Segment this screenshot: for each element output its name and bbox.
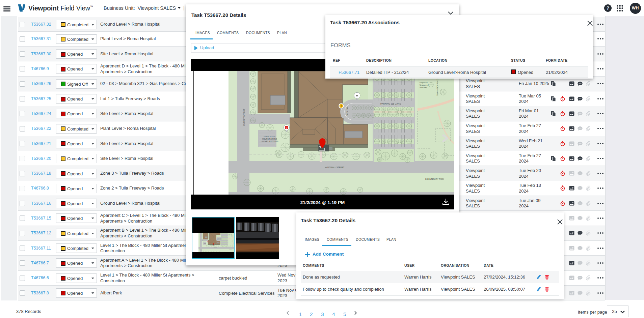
svg-text:M: M xyxy=(218,236,219,237)
svg-text:DROP OFF: DROP OFF xyxy=(217,238,217,240)
svg-text:Walkway: Walkway xyxy=(229,235,230,235)
svg-text:Proposed: Proposed xyxy=(229,234,230,235)
svg-text:PARKING 118 CARS: PARKING 118 CARS xyxy=(380,103,401,105)
svg-text:Uncovered: Uncovered xyxy=(420,84,429,86)
svg-text:CURREY STREET: CURREY STREET xyxy=(243,109,245,126)
svg-text:Walkway: Walkway xyxy=(420,86,427,88)
svg-text:Uncovered: Uncovered xyxy=(229,235,230,235)
svg-text:STAFF AFTER: STAFF AFTER xyxy=(264,136,275,138)
svg-text:M: M xyxy=(356,94,358,97)
svg-text:TRANSITION ACCOM: TRANSITION ACCOM xyxy=(436,77,438,96)
svg-text:BICENTENARY PARK: BICENTENARY PARK xyxy=(425,178,444,180)
svg-text:McDOWALL STREET: McDOWALL STREET xyxy=(325,166,345,168)
svg-text:Proposed: Proposed xyxy=(420,82,428,84)
svg-text:& CARS (EXISTING): & CARS (EXISTING) xyxy=(262,140,278,142)
svg-text:CURREY STREET: CURREY STREET xyxy=(201,238,201,241)
svg-text:DROP OFF: DROP OFF xyxy=(346,106,348,116)
svg-text:HOURS PARKING: HOURS PARKING xyxy=(262,138,277,140)
svg-text:D: D xyxy=(286,126,288,129)
